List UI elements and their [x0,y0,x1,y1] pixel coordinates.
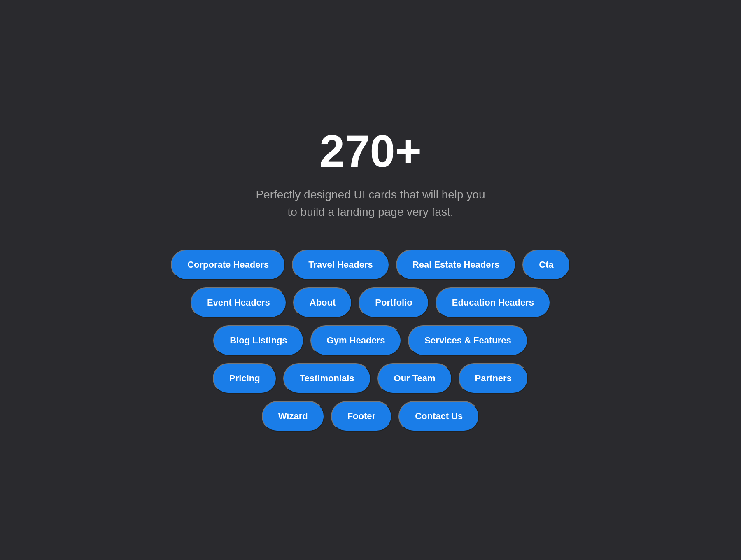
tag-wizard[interactable]: Wizard [262,401,324,432]
tag-travel-headers[interactable]: Travel Headers [292,250,389,280]
tags-row-row2: Event HeadersAboutPortfolioEducation Hea… [191,287,550,318]
tag-cta[interactable]: Cta [522,250,570,280]
hero-number: 270+ [140,128,601,174]
main-container: 270+ Perfectly designed UI cards that wi… [124,104,618,456]
hero-subtitle: Perfectly designed UI cards that will he… [140,186,601,221]
tags-row-row1: Corporate HeadersTravel HeadersReal Esta… [171,250,570,280]
tag-pricing[interactable]: Pricing [213,363,277,394]
tag-about[interactable]: About [293,287,352,318]
tags-row-row5: WizardFooterContact Us [262,401,480,432]
tag-services-features[interactable]: Services & Features [408,325,527,356]
tags-row-row4: PricingTestimonialsOur TeamPartners [213,363,528,394]
tag-event-headers[interactable]: Event Headers [191,287,287,318]
tags-wrapper: Corporate HeadersTravel HeadersReal Esta… [140,250,601,432]
tag-education-headers[interactable]: Education Headers [436,287,550,318]
tag-partners[interactable]: Partners [459,363,528,394]
tag-corporate-headers[interactable]: Corporate Headers [171,250,285,280]
tag-portfolio[interactable]: Portfolio [359,287,429,318]
tags-row-row3: Blog ListingsGym HeadersServices & Featu… [213,325,528,356]
tag-contact-us[interactable]: Contact Us [398,401,479,432]
tag-our-team[interactable]: Our Team [377,363,452,394]
tag-blog-listings[interactable]: Blog Listings [213,325,303,356]
tag-footer[interactable]: Footer [331,401,392,432]
tag-gym-headers[interactable]: Gym Headers [310,325,402,356]
tag-real-estate-headers[interactable]: Real Estate Headers [396,250,516,280]
tag-testimonials[interactable]: Testimonials [283,363,371,394]
